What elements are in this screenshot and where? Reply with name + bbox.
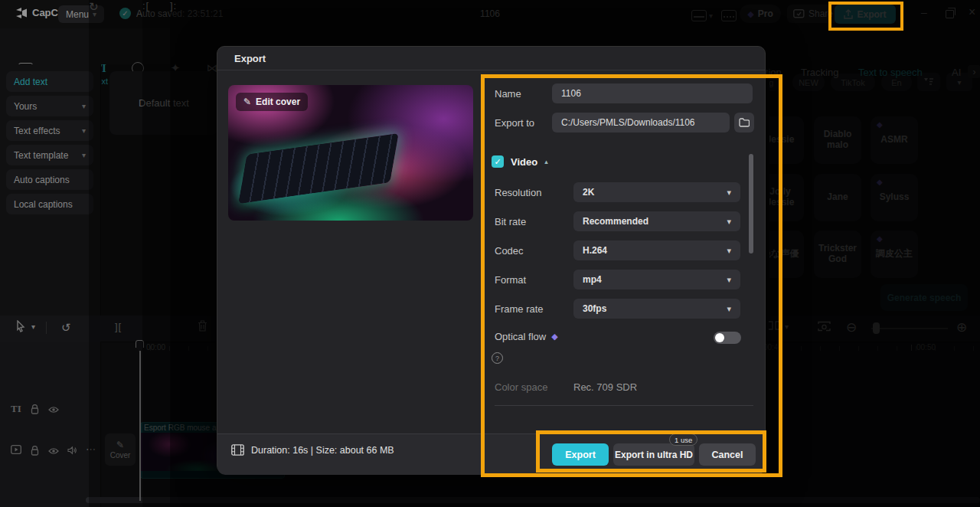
film-icon xyxy=(231,444,244,456)
annotation-box-export-top xyxy=(828,2,903,31)
thumbnail-keyboard-art xyxy=(238,133,398,204)
export-dialog-header xyxy=(217,47,765,70)
edit-cover-button[interactable]: ✎ Edit cover xyxy=(236,93,308,111)
duration-info: Duration: 16s | Size: about 66 MB xyxy=(231,444,394,456)
capcut-app-window: CapCut Menu ▾ ✓ Auto saved: 23:51:21 110… xyxy=(0,0,980,507)
export-cover-thumbnail: ✎ Edit cover xyxy=(228,85,473,221)
annotation-box-buttons xyxy=(536,430,766,473)
export-dialog-title: Export xyxy=(234,53,266,64)
pencil-icon: ✎ xyxy=(243,96,251,107)
annotation-box-settings xyxy=(481,74,782,477)
